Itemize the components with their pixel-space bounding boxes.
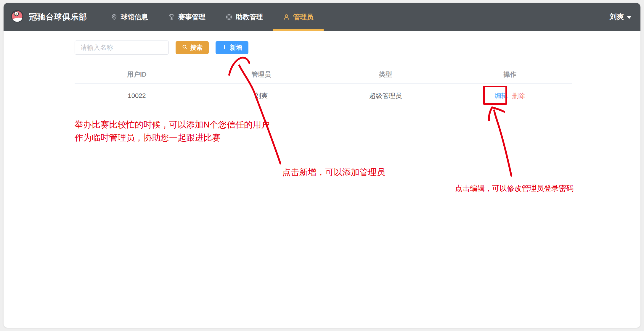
user-menu[interactable]: 刘爽 [610,3,632,31]
header-user-id: 用户ID [75,70,199,79]
nav-item-venue-info[interactable]: 球馆信息 [101,3,158,31]
nav-item-administrators[interactable]: 管理员 [273,3,324,31]
annotation-note-line1: 举办比赛比较忙的时候，可以添加N个您信任的用户 [75,118,270,131]
edit-highlight-box [483,86,507,105]
app-screen: 3 冠驰台球俱乐部 球馆信息 [0,0,644,331]
cell-type: 超级管理员 [323,91,448,100]
table-header-row: 用户ID 管理员 类型 操作 [75,66,572,84]
person-icon [283,14,290,20]
annotation-note-text: 举办比赛比较忙的时候，可以添加N个您信任的用户 作为临时管理员，协助您一起跟进比… [75,118,270,144]
brand-title: 冠驰台球俱乐部 [29,12,87,22]
annotation-edit-tip: 点击编辑，可以修改管理员登录密码 [455,183,574,193]
brand[interactable]: 3 冠驰台球俱乐部 [10,3,87,31]
nav-item-label: 赛事管理 [178,12,205,22]
header-actions: 操作 [448,70,572,79]
coach-badge-icon [226,14,232,20]
nav-item-label: 管理员 [293,12,314,22]
cell-user-id: 10022 [75,92,199,100]
billiard-ball-logo-icon: 3 [10,9,24,24]
svg-text:3: 3 [15,12,17,16]
search-icon [182,44,187,51]
header-type: 类型 [323,70,448,79]
cell-admin-name: 刘爽 [199,91,323,100]
delete-link[interactable]: 删除 [512,91,525,100]
nav-item-event-management[interactable]: 赛事管理 [158,3,216,31]
location-pin-icon [111,14,118,20]
main-card: 3 冠驰台球俱乐部 球馆信息 [4,3,640,328]
annotation-add-tip: 点击新增，可以添加管理员 [282,167,385,178]
search-button-label: 搜索 [190,43,203,52]
search-button[interactable]: 搜索 [176,41,209,54]
nav-item-coach-management[interactable]: 助教管理 [216,3,273,31]
user-name: 刘爽 [610,12,624,22]
plus-icon [222,44,227,51]
nav-item-label: 球馆信息 [121,12,148,22]
navbar: 3 冠驰台球俱乐部 球馆信息 [4,3,640,31]
annotation-note-line2: 作为临时管理员，协助您一起跟进比赛 [75,131,270,144]
add-button-label: 新增 [230,43,242,52]
nav-item-label: 助教管理 [236,12,263,22]
search-input[interactable] [75,41,169,55]
nav-menu: 球馆信息 赛事管理 助教管理 [101,3,324,31]
toolbar: 搜索 新增 [75,41,640,55]
add-button[interactable]: 新增 [216,41,248,54]
trophy-icon [168,14,175,20]
header-admin: 管理员 [199,70,323,79]
cell-actions: 编辑 删除 [448,91,572,100]
caret-down-icon [627,16,632,19]
